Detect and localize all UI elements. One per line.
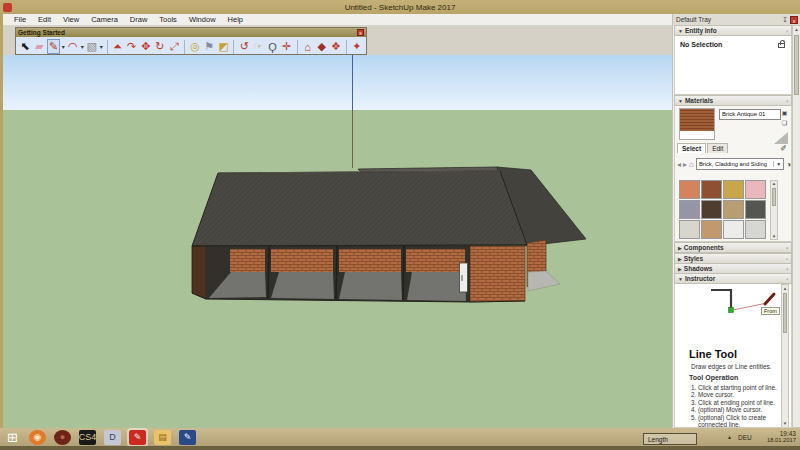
back-icon[interactable]: ◂ xyxy=(677,160,681,169)
pan-tool[interactable]: ☞ xyxy=(252,39,264,54)
scale-tool[interactable]: ⤢ xyxy=(168,39,180,54)
secondary-pane-button[interactable]: ▣ xyxy=(780,109,789,118)
menu-item[interactable]: Draw xyxy=(125,14,153,25)
material-swatch[interactable] xyxy=(679,220,700,239)
sketchup-icon[interactable]: ✎ xyxy=(129,430,146,445)
toolbar-titlebar[interactable]: Getting Started x xyxy=(16,28,366,37)
tray-scrollbar[interactable]: ▲ xyxy=(792,25,800,428)
language-indicator[interactable]: DEU xyxy=(738,434,752,441)
detach-icon[interactable]: ▫ xyxy=(786,98,788,104)
taskbar-clock[interactable]: 19:43 18.01.2017 xyxy=(767,430,796,443)
followme-tool[interactable]: ↷ xyxy=(126,39,138,54)
menu-item[interactable]: Help xyxy=(223,14,248,25)
cs4-app-icon[interactable]: CS4 xyxy=(79,430,96,445)
components-header[interactable]: ▶ Components ▫ xyxy=(674,242,792,253)
move-tool[interactable]: ✥ xyxy=(140,39,152,54)
pen-app-icon[interactable]: ✎ xyxy=(179,430,196,445)
forward-icon[interactable]: ▸ xyxy=(683,160,687,169)
orbit-tool[interactable]: ↺ xyxy=(238,39,250,54)
instructor-scrollbar[interactable]: ▲ ▼ xyxy=(781,284,789,428)
details-icon[interactable]: ◑ xyxy=(786,160,791,169)
material-swatch[interactable] xyxy=(745,220,766,239)
material-swatch[interactable] xyxy=(679,200,700,219)
menu-item[interactable]: Window xyxy=(184,14,221,25)
text-tool[interactable]: ⚑ xyxy=(203,39,215,54)
detach-icon[interactable]: ▫ xyxy=(786,266,788,272)
tray-close-button[interactable]: x xyxy=(790,16,798,24)
get-models-icon[interactable]: ⌂ xyxy=(302,39,314,54)
lock-icon[interactable] xyxy=(778,43,785,48)
toolbar-separator[interactable] xyxy=(346,40,347,54)
arc-tool-dropdown[interactable]: ▾ xyxy=(80,39,85,54)
sphere-app-icon[interactable]: ● xyxy=(54,430,71,445)
select-tool[interactable]: ⬉ xyxy=(19,39,31,54)
home-icon[interactable]: ⌂ xyxy=(689,160,694,169)
scroll-up-icon[interactable]: ▲ xyxy=(793,27,800,32)
active-material-thumbnail[interactable] xyxy=(679,108,715,140)
menu-item[interactable]: View xyxy=(58,14,84,25)
scroll-thumb[interactable] xyxy=(794,35,799,95)
zoom-extents-tool[interactable]: ✛ xyxy=(281,39,293,54)
file-explorer-icon[interactable]: ▤ xyxy=(154,430,171,445)
pin-icon[interactable]: ↧ xyxy=(782,16,788,24)
menu-item[interactable]: File xyxy=(9,14,31,25)
extension-warehouse-icon[interactable]: ❖ xyxy=(330,39,342,54)
eyedropper-icon[interactable]: ✐ xyxy=(780,144,787,153)
menu-item[interactable]: Camera xyxy=(86,14,123,25)
material-swatch[interactable] xyxy=(745,200,766,219)
firefox-icon[interactable]: ◉ xyxy=(29,430,46,445)
detach-icon[interactable]: ▫ xyxy=(786,276,788,282)
start-button[interactable]: ⊞ xyxy=(4,430,21,445)
paint-bucket-tool[interactable]: ◩ xyxy=(217,39,229,54)
detach-icon[interactable]: ▫ xyxy=(786,256,788,262)
instructor-header[interactable]: ▼ Instructor ▫ xyxy=(674,273,792,284)
scroll-up-icon[interactable]: ▲ xyxy=(782,286,788,291)
rectangle-tool[interactable]: ▧ xyxy=(86,39,98,54)
line-tool[interactable]: ✎ xyxy=(47,39,60,54)
scroll-thumb[interactable] xyxy=(783,293,787,333)
material-swatch[interactable] xyxy=(723,200,744,219)
material-name-field[interactable]: Brick Antique 01 xyxy=(719,109,781,120)
scroll-up-icon[interactable]: ▲ xyxy=(771,181,777,186)
toolbar-separator[interactable] xyxy=(297,40,298,54)
notification-chevron-icon[interactable]: ▲ xyxy=(727,434,732,440)
toolbar-separator[interactable] xyxy=(184,40,185,54)
toolbar-separator[interactable] xyxy=(233,40,234,54)
toolbar-close-button[interactable]: x xyxy=(357,29,364,36)
materials-header[interactable]: ▼ Materials ▫ xyxy=(674,95,792,106)
detach-icon[interactable]: ▫ xyxy=(786,28,788,34)
material-swatch[interactable] xyxy=(701,200,722,219)
share-model-icon[interactable]: ◆ xyxy=(316,39,328,54)
silver-d-app-icon[interactable]: D xyxy=(104,430,121,445)
scroll-thumb[interactable] xyxy=(772,188,776,206)
material-swatch[interactable] xyxy=(701,180,722,199)
material-swatch[interactable] xyxy=(701,220,722,239)
eraser-tool[interactable]: ▰ xyxy=(33,39,45,54)
toolbar-separator[interactable] xyxy=(107,40,108,54)
arc-tool[interactable]: ◠ xyxy=(67,39,79,54)
tab-edit[interactable]: Edit xyxy=(707,143,728,153)
line-tool-dropdown[interactable]: ▾ xyxy=(61,39,66,54)
tape-measure-tool[interactable]: ◎ xyxy=(189,39,201,54)
detach-icon[interactable]: ▫ xyxy=(786,245,788,251)
zoom-tool[interactable]: Ϙ xyxy=(267,39,279,54)
entity-info-header[interactable]: ▼ Entity Info ▫ xyxy=(674,25,792,36)
scroll-down-icon[interactable]: ▼ xyxy=(771,234,777,239)
pushpull-tool[interactable]: ⏶ xyxy=(111,39,123,54)
materials-scrollbar[interactable]: ▲ ▼ xyxy=(770,180,778,240)
viewport-3d[interactable] xyxy=(3,55,672,428)
rectangle-tool-dropdown[interactable]: ▾ xyxy=(99,39,104,54)
material-swatch[interactable] xyxy=(679,180,700,199)
rotate-tool[interactable]: ↻ xyxy=(154,39,166,54)
material-swatch[interactable] xyxy=(723,220,744,239)
menu-item[interactable]: Edit xyxy=(33,14,56,25)
menu-item[interactable]: Tools xyxy=(154,14,182,25)
length-measurement-box[interactable]: Length xyxy=(643,433,697,445)
model-3d-building[interactable] xyxy=(3,55,672,428)
material-swatch[interactable] xyxy=(745,180,766,199)
scroll-down-icon[interactable]: ▼ xyxy=(782,421,788,426)
create-material-button[interactable]: ❏ xyxy=(780,119,789,128)
tray-titlebar[interactable]: Default Tray ↧ x xyxy=(673,14,800,25)
titlebar[interactable]: Untitled - SketchUp Make 2017 xyxy=(0,0,800,14)
material-swatch[interactable] xyxy=(723,180,744,199)
